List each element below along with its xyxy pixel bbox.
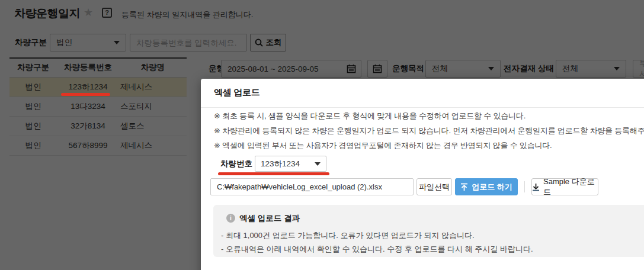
annotation-underline-table-regno	[61, 93, 110, 96]
vehicle-log-page: 차량운행일지 ★ ? 등록된 차량의 일지내역을 관리합니다. 차량구분 법인 …	[0, 0, 644, 270]
button-divider	[524, 181, 525, 192]
modal-title: 엑셀 업로드	[214, 87, 259, 98]
vehicle-no-label: 차량번호	[220, 156, 252, 172]
vehicle-no-value: 123하1234	[261, 159, 300, 169]
upload-button[interactable]: 업로드 하기	[455, 178, 518, 195]
vehicle-no-select[interactable]: 123하1234	[255, 156, 326, 172]
modal-divider	[201, 107, 644, 108]
file-path-input[interactable]	[217, 182, 407, 191]
sample-download-button[interactable]: Sample 다운로드	[531, 178, 598, 195]
upload-button-label: 업로드 하기	[472, 182, 512, 192]
result-heading: 엑셀 업로드 결과	[239, 213, 300, 224]
modal-note: ※ 엑셀에 입력된 부서 또는 사용자가 경영업무포털에 존재하지 않는 경우 …	[214, 140, 552, 151]
sample-download-label: Sample 다운로드	[543, 176, 598, 198]
modal-note: ※ 최초 등록 시, 샘플 양식을 다운로드 후 형식에 맞게 내용을 수정하여…	[214, 111, 526, 121]
download-icon	[532, 183, 540, 191]
info-icon: i	[226, 214, 235, 223]
annotation-underline-vehicle-no	[218, 172, 329, 175]
result-line: - 오류내역은 아래 내역에서 확인할 수 있습니다. 수정 후 업로드를 다시…	[221, 244, 533, 255]
result-line: - 최대 1,000건 업로드 가능합니다. 오류가 있다면 업로드가 되지 않…	[221, 230, 475, 241]
upload-icon	[460, 183, 468, 191]
upload-result-panel: i 엑셀 업로드 결과 - 최대 1,000건 업로드 가능합니다. 오류가 있…	[213, 205, 644, 257]
file-select-label: 파일선택	[419, 182, 450, 192]
file-path-field[interactable]	[210, 178, 414, 195]
modal-note: ※ 차량관리에 등록되지 않은 차량은 운행일지가 업로드 되지 않습니다. 먼…	[214, 126, 644, 136]
chevron-down-icon	[315, 162, 321, 166]
file-select-button[interactable]: 파일선택	[416, 178, 452, 195]
